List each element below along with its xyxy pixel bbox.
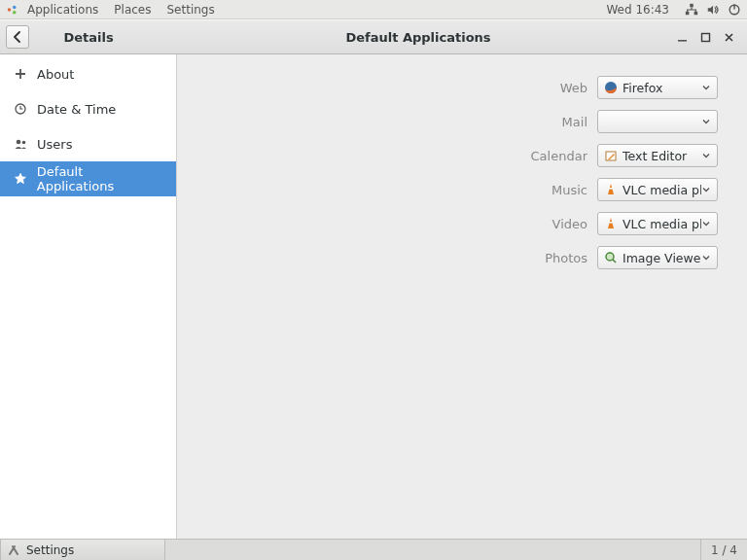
gnome-topbar: Applications Places Settings Wed 16:43 — [0, 0, 747, 19]
sidebar-item-label: About — [37, 67, 74, 82]
taskbar-app-settings[interactable]: Settings — [0, 540, 165, 560]
svg-rect-9 — [701, 33, 709, 41]
chevron-down-icon — [701, 220, 711, 228]
back-button[interactable] — [6, 25, 29, 49]
svg-point-1 — [13, 5, 17, 9]
combo-mail[interactable] — [597, 110, 718, 133]
clock-icon — [14, 103, 27, 115]
svg-rect-7 — [733, 4, 734, 9]
menu-applications[interactable]: Applications — [19, 3, 106, 17]
workspace-pager[interactable]: 1 / 4 — [700, 540, 747, 560]
svg-point-12 — [21, 141, 25, 145]
sidebar-item-users[interactable]: Users — [0, 126, 176, 161]
sidebar-item-label: Date & Time — [37, 102, 116, 117]
close-button[interactable] — [722, 30, 735, 44]
minimize-button[interactable] — [675, 30, 689, 44]
taskbar: Settings 1 / 4 — [0, 539, 747, 560]
combo-value: VLC media player — [622, 183, 701, 197]
svg-point-0 — [8, 8, 12, 12]
image-viewer-icon — [604, 251, 618, 264]
sidebar-item-about[interactable]: About — [0, 56, 176, 91]
chevron-down-icon — [701, 186, 711, 193]
svg-point-11 — [16, 140, 20, 145]
svg-rect-5 — [694, 11, 698, 15]
svg-rect-15 — [609, 188, 613, 190]
menu-settings[interactable]: Settings — [159, 3, 222, 17]
chevron-down-icon — [701, 118, 711, 125]
svg-rect-4 — [686, 11, 690, 15]
svg-rect-14 — [606, 152, 616, 160]
combo-web[interactable]: Firefox — [597, 76, 718, 99]
label-video: Video — [206, 217, 587, 231]
menu-places[interactable]: Places — [106, 3, 159, 17]
label-photos: Photos — [206, 251, 587, 265]
network-icon[interactable] — [685, 3, 698, 17]
combo-photos[interactable]: Image Viewer — [597, 246, 718, 269]
combo-value: VLC media player — [622, 217, 701, 231]
star-icon — [14, 173, 27, 185]
svg-point-17 — [606, 253, 614, 261]
vlc-icon — [604, 183, 618, 196]
combo-value: Text Editor — [622, 149, 701, 163]
content-pane: Web Firefox Mail Calendar Text Editor — [177, 54, 747, 539]
settings-app-icon — [7, 543, 20, 557]
default-apps-form: Web Firefox Mail Calendar Text Editor — [206, 76, 718, 269]
chevron-down-icon — [701, 84, 711, 91]
label-calendar: Calendar — [206, 149, 587, 163]
users-icon — [14, 138, 27, 150]
sidebar-item-datetime[interactable]: Date & Time — [0, 91, 176, 126]
power-icon[interactable] — [728, 3, 741, 17]
label-music: Music — [206, 183, 587, 197]
vlc-icon — [604, 217, 618, 230]
svg-rect-16 — [609, 222, 613, 224]
combo-calendar[interactable]: Text Editor — [597, 144, 718, 167]
sidebar-item-label: Default Applications — [37, 164, 162, 193]
combo-music[interactable]: VLC media player — [597, 178, 718, 201]
chevron-left-icon — [12, 31, 23, 43]
sidebar-item-label: Users — [37, 137, 72, 152]
page-title: Default Applications — [177, 30, 659, 45]
svg-rect-3 — [690, 3, 694, 7]
headerbar: Details Default Applications — [0, 19, 747, 54]
activities-icon — [6, 3, 19, 17]
text-editor-icon — [604, 149, 618, 162]
combo-value: Image Viewer — [622, 251, 701, 265]
firefox-icon — [604, 81, 618, 94]
maximize-button[interactable] — [698, 30, 712, 44]
sidebar: About Date & Time Users Default Applicat… — [0, 54, 177, 539]
clock[interactable]: Wed 16:43 — [596, 3, 679, 17]
settings-window: Details Default Applications About Date … — [0, 19, 747, 539]
volume-icon[interactable] — [706, 3, 720, 17]
svg-point-2 — [13, 10, 17, 14]
label-web: Web — [206, 81, 587, 95]
label-mail: Mail — [206, 115, 587, 129]
chevron-down-icon — [701, 254, 711, 262]
svg-rect-8 — [678, 40, 687, 42]
chevron-down-icon — [701, 152, 711, 159]
combo-value: Firefox — [622, 81, 701, 95]
plus-icon — [14, 68, 27, 80]
combo-video[interactable]: VLC media player — [597, 212, 718, 235]
sidebar-item-default-applications[interactable]: Default Applications — [0, 161, 176, 196]
taskbar-app-label: Settings — [26, 543, 74, 557]
